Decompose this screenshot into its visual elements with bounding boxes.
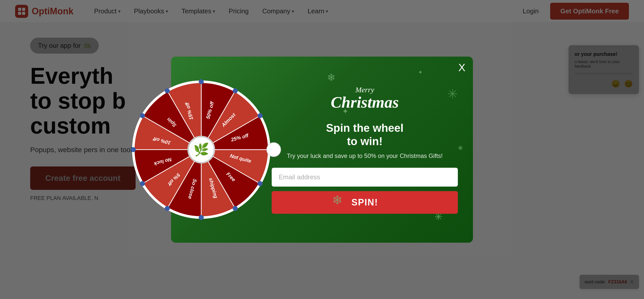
snowflake-decoration: ❄: [332, 193, 343, 207]
wheel-center: 🌿: [187, 136, 215, 163]
svg-point-25: [140, 181, 145, 186]
svg-point-19: [258, 113, 263, 118]
svg-point-23: [199, 215, 204, 220]
snowflake-decoration: ✦: [342, 107, 348, 116]
snowflake-decoration: ❄: [458, 145, 463, 152]
wheel-section: 50% off Almost 25% off Not quite Free sh…: [136, 57, 267, 243]
email-input[interactable]: [272, 168, 458, 187]
spin-wheel-subtitle: Try your luck and save up to 50% on your…: [287, 152, 442, 160]
wheel-pointer: [266, 142, 281, 157]
spin-button[interactable]: SPIN!: [272, 191, 458, 214]
svg-point-24: [165, 206, 170, 211]
modal-close-button[interactable]: X: [458, 62, 465, 74]
svg-point-21: [258, 181, 263, 186]
svg-point-27: [140, 113, 145, 118]
svg-point-26: [131, 147, 136, 152]
svg-point-18: [233, 88, 238, 93]
svg-point-22: [233, 206, 238, 211]
snowflake-decoration: ✦: [418, 69, 423, 76]
svg-point-28: [165, 88, 170, 93]
svg-point-17: [199, 79, 204, 84]
spin-wheel[interactable]: 50% off Almost 25% off Not quite Free sh…: [131, 79, 272, 220]
snowflake-decoration: ❄: [327, 72, 336, 83]
snowflake-decoration: ✳: [447, 87, 458, 101]
spin-wheel-modal: ❄ ✳ ✦ ❄ ✳ ✦ ❄ X: [171, 57, 473, 243]
spin-wheel-title: Spin the wheelto win!: [326, 121, 404, 148]
modal-right-panel: Merry Christmas Spin the wheelto win! Tr…: [267, 73, 473, 226]
merry-christmas-heading: Merry Christmas: [331, 85, 399, 110]
snowflake-decoration: ✳: [434, 211, 443, 223]
